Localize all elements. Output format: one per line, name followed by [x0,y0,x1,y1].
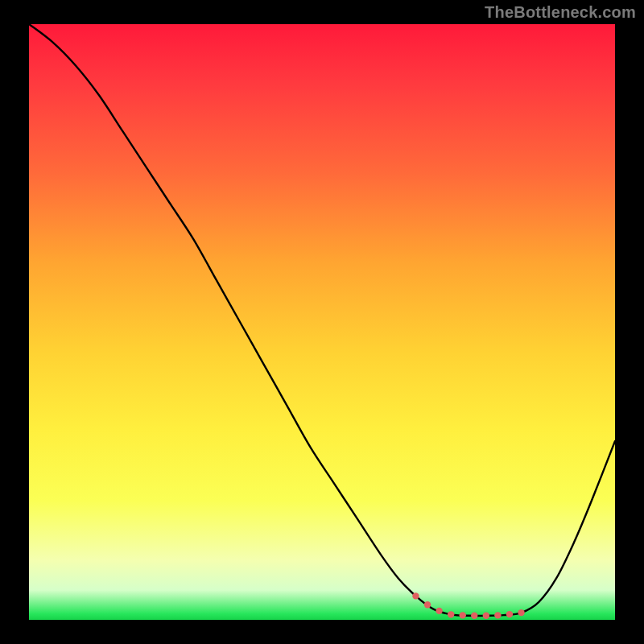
chart-frame: TheBottleneck.com [0,0,644,644]
min-marker [412,592,419,599]
plot-area [29,24,615,620]
min-marker [494,612,501,618]
min-marker [506,611,513,617]
bottleneck-curve [29,24,615,616]
min-marker [436,608,442,614]
min-marker [483,613,489,619]
min-marker [471,613,477,619]
attribution-text: TheBottleneck.com [485,3,636,22]
min-marker [424,601,431,608]
min-marker [460,612,466,618]
min-marker [518,609,524,616]
curve-layer [29,24,615,620]
min-marker [448,611,454,617]
